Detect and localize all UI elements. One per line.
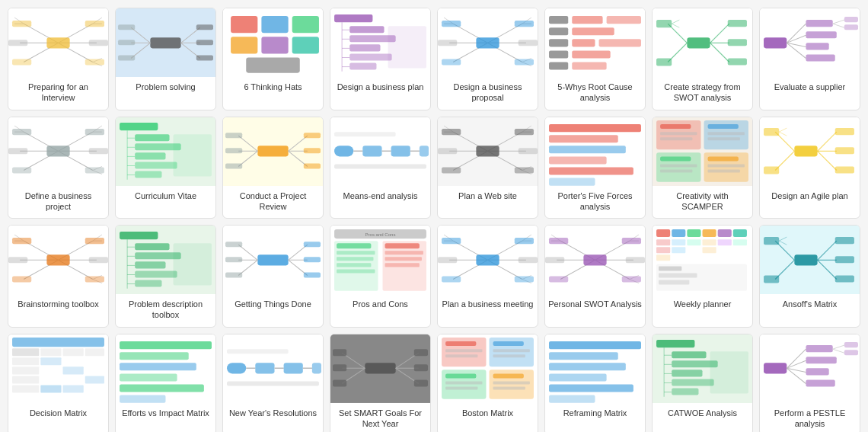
template-card-efforts-impact-matrix[interactable]: Efforts vs Impact Matrix (115, 334, 216, 432)
template-card-catwoe-analysis[interactable]: CATWOE Analysis (652, 334, 753, 432)
svg-rect-382 (12, 386, 39, 393)
svg-rect-347 (687, 239, 700, 245)
card-preview-evaluate-supplier (760, 8, 860, 77)
svg-rect-351 (733, 239, 747, 245)
svg-rect-150 (174, 134, 212, 176)
template-card-evaluate-supplier[interactable]: Evaluate a supplier (759, 8, 860, 110)
svg-rect-170 (391, 146, 410, 157)
svg-rect-148 (135, 162, 177, 169)
template-card-ansoffs-matrix[interactable]: Ansoff's Matrix (759, 225, 860, 328)
svg-rect-384 (63, 386, 84, 393)
card-preview-perform-pestle (760, 334, 860, 403)
template-card-conduct-project-review[interactable]: Conduct a Project Review (222, 117, 324, 219)
template-card-boston-matrix[interactable]: Boston Matrix (437, 334, 538, 432)
svg-rect-80 (549, 27, 568, 35)
template-card-preparing-interview[interactable]: Preparing for an Interview (8, 8, 109, 110)
svg-rect-346 (672, 247, 685, 253)
svg-rect-19 (85, 59, 104, 65)
svg-rect-441 (656, 340, 694, 347)
svg-rect-291 (337, 269, 375, 273)
card-label-pros-and-cons: Pros and Cons (330, 294, 430, 315)
svg-rect-436 (549, 363, 626, 371)
svg-rect-32 (196, 40, 213, 45)
svg-rect-287 (385, 243, 420, 248)
svg-rect-220 (794, 146, 817, 157)
card-label-problem-solving: Problem solving (116, 77, 215, 98)
template-card-pros-and-cons[interactable]: Pros and Cons Pros and Cons (330, 225, 431, 328)
svg-rect-81 (572, 27, 614, 35)
svg-rect-55 (388, 26, 426, 68)
card-preview-create-strategy-swot (653, 8, 752, 77)
svg-rect-88 (572, 62, 606, 69)
template-card-design-business-proposal[interactable]: Design a business proposal (437, 8, 538, 110)
svg-rect-452 (672, 389, 698, 395)
svg-rect-36 (261, 16, 288, 33)
template-card-problem-description-toolbox[interactable]: Problem description toolbox (115, 225, 216, 328)
template-card-plan-web-site[interactable]: Plan a Web site (437, 117, 538, 219)
template-card-6-thinking-hats[interactable]: 6 Thinking Hats (222, 8, 324, 110)
svg-rect-164 (304, 164, 321, 169)
template-card-design-agile-plan[interactable]: Design an Agile plan (759, 117, 860, 219)
template-card-define-business-project[interactable]: Define a business project (8, 117, 109, 219)
svg-rect-266 (174, 243, 212, 285)
svg-rect-210 (708, 157, 739, 162)
svg-rect-21 (150, 37, 180, 48)
template-card-decision-matrix[interactable]: Decision Matrix (8, 334, 109, 432)
svg-rect-290 (337, 263, 371, 267)
svg-rect-381 (85, 376, 104, 384)
svg-rect-35 (231, 16, 257, 33)
template-card-creativity-scamper[interactable]: Creativity with SCAMPER (652, 117, 753, 219)
svg-rect-375 (85, 349, 104, 357)
svg-rect-365 (835, 237, 854, 244)
svg-rect-388 (120, 363, 196, 371)
svg-rect-199 (549, 157, 607, 165)
svg-rect-371 (12, 338, 104, 347)
template-card-problem-solving[interactable]: Problem solving (115, 8, 216, 110)
card-preview-porters-five-forces (545, 117, 645, 186)
svg-rect-159 (225, 133, 242, 138)
card-label-design-agile-plan: Design an Agile plan (760, 186, 860, 207)
svg-rect-345 (672, 239, 685, 245)
template-card-porters-five-forces[interactable]: Porter's Five Forces analysis (544, 117, 646, 219)
template-card-new-years-resolutions[interactable]: New Year's Resolutions (222, 334, 324, 432)
template-card-brainstorming-toolbox[interactable]: Brainstorming toolbox (8, 225, 109, 328)
template-card-curriculum-vitae[interactable]: Curriculum Vitae (115, 117, 216, 219)
template-card-means-end-analysis[interactable]: Means-end analysis (330, 117, 431, 219)
svg-rect-439 (549, 395, 595, 403)
template-card-design-business-plan[interactable]: Design a business plan (330, 8, 431, 110)
svg-rect-213 (708, 132, 745, 135)
template-card-smart-goals[interactable]: Set SMART Goals For Next Year (330, 334, 431, 432)
svg-rect-337 (672, 229, 685, 237)
svg-rect-160 (225, 149, 242, 154)
template-card-getting-things-done[interactable]: Getting Things Done (222, 225, 324, 328)
svg-rect-378 (12, 367, 39, 375)
template-card-5-whys-root-cause[interactable]: 5-Whys Root Cause analysis (544, 8, 646, 110)
svg-rect-313 (519, 257, 538, 263)
svg-rect-400 (227, 382, 319, 386)
card-preview-means-end-analysis (330, 117, 430, 186)
svg-rect-41 (246, 57, 300, 72)
template-card-weekly-planner[interactable]: Weekly planner (652, 225, 753, 328)
card-label-design-business-proposal: Design a business proposal (438, 77, 538, 110)
svg-rect-115 (844, 17, 858, 22)
template-card-create-strategy-swot[interactable]: Create strategy from SWOT analysis (652, 8, 753, 110)
svg-rect-40 (292, 37, 319, 53)
svg-rect-348 (703, 239, 716, 245)
svg-rect-414 (414, 365, 428, 372)
svg-rect-163 (304, 149, 321, 154)
svg-rect-430 (445, 387, 477, 390)
svg-rect-83 (572, 39, 595, 46)
svg-rect-13 (46, 37, 69, 48)
template-card-reframing-matrix[interactable]: Reframing Matrix (544, 334, 646, 432)
template-card-personal-swot-analysis[interactable]: Personal SWOT Analysis (544, 225, 646, 328)
svg-rect-209 (660, 157, 691, 162)
svg-rect-467 (844, 350, 858, 356)
svg-rect-373 (40, 349, 61, 357)
template-card-plan-business-meeting[interactable]: Plan a business meeting (437, 225, 538, 328)
svg-rect-73 (515, 21, 534, 27)
svg-rect-99 (728, 39, 747, 46)
card-label-curriculum-vitae: Curriculum Vitae (116, 186, 215, 207)
svg-rect-28 (118, 24, 135, 30)
template-card-perform-pestle[interactable]: Perform a PESTLE analysis (759, 334, 860, 432)
svg-rect-367 (835, 275, 854, 282)
